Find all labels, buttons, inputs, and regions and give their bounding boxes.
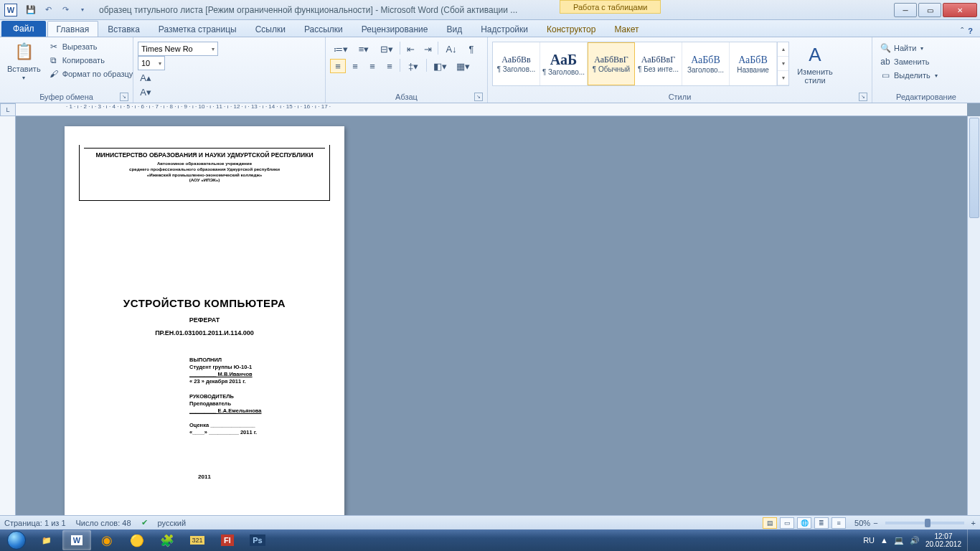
taskbar-app1[interactable]: 🧩 — [153, 530, 182, 550]
line-spacing-button[interactable]: ‡▾ — [402, 59, 424, 73]
tray-volume-icon[interactable]: 🔊 — [910, 536, 920, 545]
clipboard-launcher-icon[interactable]: ↘ — [120, 93, 128, 101]
styles-group-label: Стили — [669, 93, 692, 101]
tab-mailings[interactable]: Рассылки — [295, 21, 352, 37]
styles-gallery: АаБбВв¶ Заголов... АаБ¶ Заголово... АаБб… — [492, 42, 789, 86]
zoom-in-button[interactable]: + — [971, 519, 976, 527]
view-draft-button[interactable]: ≡ — [831, 517, 846, 529]
taskbar-chrome[interactable]: 🟡 — [123, 530, 151, 550]
numbering-button[interactable]: ≡▾ — [353, 42, 374, 56]
window-title: образец титульного листа [Режим ограниче… — [99, 5, 894, 15]
windows-taskbar: 📁 W ◉ 🟡 🧩 321 Fl Ps RU ▲ 💻 🔊 12:07 20.02… — [0, 529, 980, 551]
tray-flag-icon[interactable]: ▲ — [880, 536, 888, 545]
tray-network-icon[interactable]: 💻 — [894, 536, 904, 545]
ruler-corner[interactable]: L — [0, 103, 16, 116]
font-size-combo[interactable]: 10▾ — [138, 56, 165, 70]
taskbar-explorer[interactable]: 📁 — [32, 530, 61, 550]
status-proofing-icon[interactable]: ✔ — [141, 518, 148, 527]
change-styles-button[interactable]: A Изменить стили — [793, 42, 837, 86]
redo-icon[interactable]: ↷ — [57, 2, 73, 18]
justify-button[interactable]: ≡ — [382, 59, 397, 73]
document-page[interactable]: МИНИСТЕРСТВО ОБРАЗОВАНИЯ И НАУКИ УДМУРТС… — [65, 126, 344, 515]
window-maximize-button[interactable]: ▭ — [918, 3, 941, 17]
tab-addins[interactable]: Надстройки — [471, 21, 537, 37]
status-word-count[interactable]: Число слов: 48 — [76, 519, 131, 527]
word-app-icon: W — [4, 4, 17, 17]
multilevel-button[interactable]: ⊟▾ — [376, 42, 397, 56]
select-button[interactable]: ▭Выделить▾ — [877, 69, 941, 82]
style-normal[interactable]: АаБбВвГ¶ Обычный — [588, 42, 635, 85]
show-desktop-button[interactable] — [967, 529, 974, 551]
tab-insert[interactable]: Вставка — [98, 21, 149, 37]
tab-references[interactable]: Ссылки — [246, 21, 295, 37]
style-heading1[interactable]: АаБбВв¶ Заголов... — [493, 42, 540, 85]
paste-label: Вставить — [7, 65, 41, 73]
tab-table-layout[interactable]: Макет — [605, 21, 648, 37]
borders-button[interactable]: ▦▾ — [452, 59, 473, 73]
table-tools-contextual-label: Работа с таблицами — [560, 0, 661, 14]
grow-font-button[interactable]: A▴ — [138, 70, 154, 85]
taskbar-photoshop[interactable]: Ps — [243, 530, 272, 550]
find-button[interactable]: 🔍Найти▾ — [877, 42, 941, 55]
styles-gallery-scroll[interactable]: ▴▾▾ — [777, 42, 788, 85]
style-heading2[interactable]: АаБ¶ Заголово... — [540, 42, 588, 85]
system-tray: RU ▲ 💻 🔊 12:07 20.02.2012 — [863, 529, 979, 551]
tray-language[interactable]: RU — [863, 536, 875, 545]
font-name-combo[interactable]: Times New Ro▾ — [138, 42, 218, 56]
bullets-button[interactable]: ≔▾ — [330, 42, 352, 56]
style-subtitle[interactable]: АаБбВНазвание — [730, 42, 777, 85]
format-painter-button[interactable]: 🖌Формат по образцу — [45, 67, 136, 80]
view-full-screen-button[interactable]: ▭ — [780, 517, 794, 529]
taskbar-flash[interactable]: Fl — [213, 530, 242, 550]
vertical-ruler[interactable] — [0, 116, 16, 515]
zoom-level[interactable]: 50% — [854, 519, 870, 527]
shrink-font-button[interactable]: A▾ — [138, 85, 154, 99]
replace-button[interactable]: abЗаменить — [877, 55, 941, 68]
styles-launcher-icon[interactable]: ↘ — [859, 93, 867, 101]
style-title[interactable]: АаБбВЗаголово... — [682, 42, 730, 85]
start-button[interactable] — [1, 529, 32, 551]
zoom-out-button[interactable]: − — [873, 519, 877, 527]
style-no-spacing[interactable]: АаБбВвГ¶ Без инте... — [635, 42, 682, 85]
increase-indent-button[interactable]: ⇥ — [420, 42, 435, 56]
ribbon-minimize-icon[interactable]: ˆ — [961, 27, 963, 37]
tray-clock[interactable]: 12:07 20.02.2012 — [925, 532, 961, 548]
paste-button[interactable]: 📋 Вставить ▾ — [4, 39, 44, 83]
zoom-slider[interactable] — [885, 522, 964, 524]
horizontal-ruler[interactable]: · 1 · ı · 2 · ı · 3 · ı · 4 · ı · 5 · ı … — [16, 103, 967, 116]
view-print-layout-button[interactable]: ▤ — [763, 517, 777, 529]
sort-button[interactable]: A↓ — [440, 42, 462, 56]
window-minimize-button[interactable]: ─ — [894, 3, 917, 17]
copy-icon: ⧉ — [48, 55, 60, 66]
tab-view[interactable]: Вид — [437, 21, 471, 37]
editing-group-label: Редактирование — [896, 93, 956, 101]
tab-review[interactable]: Рецензирование — [352, 21, 438, 37]
view-web-layout-button[interactable]: 🌐 — [797, 517, 811, 529]
qat-customize-icon[interactable]: ▾ — [75, 2, 90, 18]
tab-file[interactable]: Файл — [1, 21, 46, 37]
status-page[interactable]: Страница: 1 из 1 — [4, 519, 66, 527]
cut-button[interactable]: ✂Вырезать — [45, 40, 136, 53]
align-right-button[interactable]: ≡ — [364, 59, 380, 73]
help-icon[interactable]: ? — [968, 27, 973, 37]
status-language[interactable]: русский — [158, 519, 186, 527]
taskbar-mpc[interactable]: 321 — [183, 530, 212, 550]
show-marks-button[interactable]: ¶ — [463, 42, 479, 56]
tab-page-layout[interactable]: Разметка страницы — [149, 21, 246, 37]
copy-button[interactable]: ⧉Копировать — [45, 54, 136, 67]
decrease-indent-button[interactable]: ⇤ — [402, 42, 418, 56]
taskbar-aimp[interactable]: ◉ — [93, 530, 121, 550]
view-outline-button[interactable]: ≣ — [814, 517, 829, 529]
tab-home[interactable]: Главная — [47, 21, 99, 37]
document-area[interactable]: МИНИСТЕРСТВО ОБРАЗОВАНИЯ И НАУКИ УДМУРТС… — [16, 116, 967, 515]
save-icon[interactable]: 💾 — [23, 2, 39, 18]
window-close-button[interactable]: ✕ — [943, 3, 977, 17]
paragraph-launcher-icon[interactable]: ↘ — [474, 93, 483, 101]
tab-table-design[interactable]: Конструктор — [537, 21, 605, 37]
vertical-scrollbar[interactable] — [967, 116, 980, 515]
shading-button[interactable]: ◧▾ — [429, 59, 451, 73]
align-left-button[interactable]: ≡ — [330, 59, 346, 73]
align-center-button[interactable]: ≡ — [347, 59, 363, 73]
undo-icon[interactable]: ↶ — [40, 2, 56, 18]
taskbar-word[interactable]: W — [62, 530, 91, 550]
